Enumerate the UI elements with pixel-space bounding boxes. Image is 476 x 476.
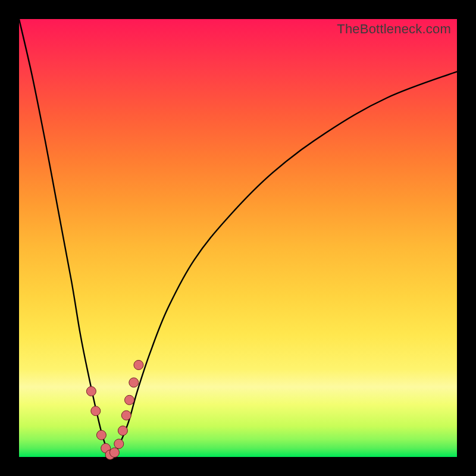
curve-marker <box>109 448 119 458</box>
curve-marker <box>91 406 101 416</box>
curve-marker <box>129 378 139 387</box>
bottleneck-curve-svg <box>19 19 457 457</box>
curve-marker <box>114 439 124 449</box>
curve-marker <box>118 426 127 436</box>
curve-marker <box>86 387 96 396</box>
bottleneck-curve-path <box>19 19 457 457</box>
chart-frame: TheBottleneck.com <box>0 0 476 476</box>
curve-marker <box>134 360 143 369</box>
curve-marker <box>121 411 131 420</box>
marker-group <box>86 360 143 459</box>
curve-marker <box>125 395 134 405</box>
curve-marker <box>96 430 106 440</box>
plot-area: TheBottleneck.com <box>19 19 457 457</box>
